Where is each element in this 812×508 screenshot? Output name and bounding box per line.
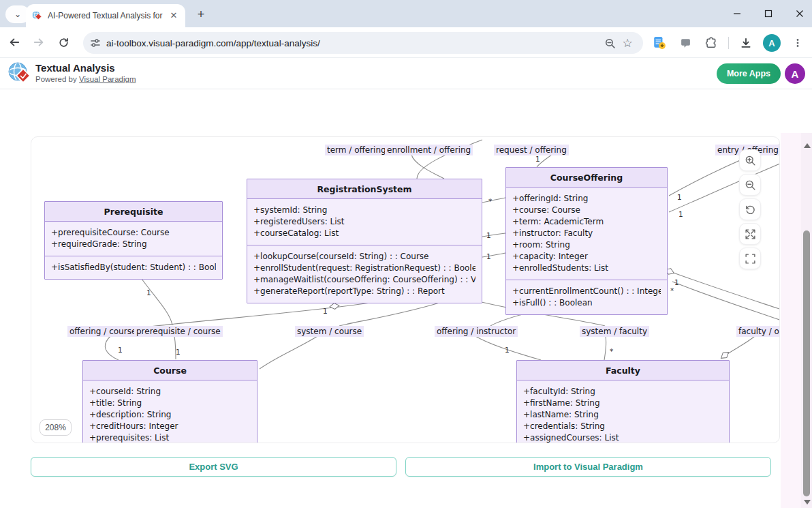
multiplicity: 1 — [323, 307, 328, 315]
tab-favicon-icon — [31, 10, 42, 21]
page-background-strip — [781, 133, 801, 508]
uml-member: +assignedCourses: List — [523, 432, 723, 443]
uml-attributes: +offeringId: String+course: Course+term:… — [506, 188, 667, 280]
uml-class-faculty[interactable]: Faculty +facultyId: String+firstName: St… — [516, 360, 730, 443]
page-zoom-icon[interactable] — [601, 34, 619, 52]
uml-member: +enrollStudent(request: RegistrationRequ… — [253, 263, 475, 274]
uml-operations: +currentEnrollmentCount() : : Integer+is… — [506, 280, 667, 314]
scrollbar-thumb[interactable] — [803, 230, 810, 496]
uml-class-course[interactable]: Course +courseId: String+title: String+d… — [82, 360, 257, 443]
bookmark-star-icon[interactable]: ☆ — [619, 34, 636, 52]
zoom-level-badge: 208% — [40, 419, 72, 436]
url-text[interactable]: ai-toolbox.visual-paradigm.com/app/textu… — [106, 38, 601, 48]
app-user-avatar[interactable]: A — [785, 63, 805, 84]
multiplicity: * — [488, 197, 492, 205]
uml-member: +firstName: String — [523, 398, 723, 409]
close-window-button[interactable] — [793, 7, 807, 20]
visual-paradigm-link[interactable]: Visual Paradigm — [79, 75, 136, 83]
uml-member: +facultyId: String — [523, 386, 723, 398]
app-header: Textual Analysis Powered by Visual Parad… — [0, 58, 812, 89]
reset-view-button[interactable] — [739, 198, 761, 220]
uml-member: +generateReport(reportType: String) : : … — [253, 286, 475, 297]
browser-toolbar: ai-toolbox.visual-paradigm.com/app/textu… — [0, 27, 812, 58]
zoom-out-button[interactable] — [739, 174, 761, 196]
uml-member: +registeredUsers: List — [253, 216, 475, 228]
import-to-visual-paradigm-button[interactable]: Import to Visual Paradigm — [405, 457, 771, 477]
forward-button[interactable] — [29, 32, 49, 53]
address-bar[interactable]: ai-toolbox.visual-paradigm.com/app/textu… — [83, 32, 643, 54]
edge-label: system / faculty — [580, 326, 649, 337]
uml-class-prerequisite[interactable]: Prerequisite +prerequisiteCourse: Course… — [44, 201, 223, 280]
edge-label: faculty / o — [736, 326, 780, 337]
tab-close-button[interactable]: ✕ — [168, 10, 180, 22]
uml-member: +description: String — [89, 409, 251, 421]
wizard-stepper: 1 Problem Domain 2 Problem Description 3… — [0, 89, 812, 136]
multiplicity: * — [670, 286, 674, 295]
uml-attributes: +prerequisiteCourse: Course+requiredGrad… — [45, 222, 222, 256]
extensions-puzzle-icon[interactable] — [702, 34, 720, 52]
uml-member: +creditHours: Integer — [89, 421, 251, 432]
uml-member: +systemId: String — [253, 205, 475, 216]
uml-member: +isSatisfiedBy(student: Student) : : Boo… — [51, 262, 216, 273]
uml-member: +prerequisites: List — [89, 432, 251, 443]
uml-class-title: Course — [83, 361, 257, 380]
export-svg-button[interactable]: Export SVG — [31, 457, 396, 477]
uml-member: +lastName: String — [523, 409, 723, 421]
class-diagram-canvas[interactable]: term / offering enrollment / offering re… — [31, 136, 780, 443]
uml-member: +manageWaitlist(courseOffering: CourseOf… — [253, 274, 475, 286]
browser-profile-avatar[interactable]: A — [763, 34, 781, 52]
uml-class-course-offering[interactable]: CourseOffering +offeringId: String+cours… — [505, 167, 668, 315]
multiplicity: 1 — [118, 346, 123, 354]
uml-operations: +isSatisfiedBy(student: Student) : : Boo… — [45, 256, 222, 279]
edge-label: prerequisite / course — [134, 326, 223, 337]
browser-menu-kebab-icon[interactable] — [789, 34, 807, 52]
zoom-in-button[interactable] — [739, 149, 761, 171]
uml-operations: +lookupCourse(courseId: String) : : Cour… — [247, 245, 482, 303]
fit-to-screen-button[interactable] — [739, 223, 761, 245]
scrollbar-down-arrow[interactable] — [804, 500, 811, 505]
uml-member: +title: String — [89, 398, 251, 409]
uml-attributes: +courseId: String+title: String+descript… — [83, 380, 257, 443]
docs-extension-icon[interactable] — [651, 34, 668, 52]
minimize-button[interactable] — [730, 7, 744, 20]
uml-class-registration-system[interactable]: RegistrationSystem +systemId: String+reg… — [247, 179, 482, 303]
downloads-icon[interactable] — [737, 34, 755, 52]
multiplicity: 1 — [146, 288, 151, 297]
powered-by: Powered by Visual Paradigm — [35, 75, 136, 83]
uml-member: +term: AcademicTerm — [512, 216, 661, 228]
uml-member: +lookupCourse(courseId: String) : : Cour… — [253, 251, 475, 263]
tab-title: AI-Powered Textual Analysis for — [48, 11, 168, 20]
toolbar-divider — [728, 37, 729, 49]
fullscreen-button[interactable] — [739, 248, 761, 269]
edge-label: term / offering — [325, 145, 388, 155]
site-settings-icon[interactable] — [90, 38, 101, 48]
back-button[interactable] — [4, 32, 25, 53]
active-tab[interactable]: AI-Powered Textual Analysis for ✕ — [26, 4, 185, 27]
uml-member: +offeringId: String — [512, 193, 661, 205]
tab-strip: ⌄ AI-Powered Textual Analysis for ✕ + — [0, 0, 812, 27]
edge-label: offering / instructor — [435, 326, 518, 337]
more-apps-button[interactable]: More Apps — [717, 63, 781, 84]
uml-member: +courseId: String — [89, 386, 251, 398]
uml-member: +courseCatalog: List — [253, 228, 475, 239]
uml-class-title: RegistrationSystem — [247, 179, 482, 199]
uml-member: +room: String — [512, 239, 661, 251]
reload-button[interactable] — [53, 32, 74, 53]
uml-member: +capacity: Integer — [512, 251, 661, 263]
comment-extension-icon[interactable] — [676, 34, 694, 52]
edge-label: request / offering — [494, 145, 569, 155]
visual-paradigm-logo — [7, 61, 33, 87]
new-tab-button[interactable]: + — [192, 6, 210, 23]
multiplicity: 1 — [535, 155, 540, 163]
uml-class-title: CourseOffering — [506, 168, 667, 188]
uml-member: +credentials: String — [523, 421, 723, 432]
uml-member: +currentEnrollmentCount() : : Integer — [512, 286, 661, 297]
maximize-button[interactable] — [762, 7, 775, 20]
app-title: Textual Analysis — [35, 62, 115, 74]
multiplicity: * — [610, 347, 613, 355]
multiplicity: 1 — [486, 231, 491, 239]
uml-class-title: Prerequisite — [45, 202, 222, 222]
scrollbar-up-arrow[interactable] — [804, 143, 811, 148]
uml-member: +course: Course — [512, 205, 661, 216]
uml-member: +instructor: Faculty — [512, 228, 661, 239]
